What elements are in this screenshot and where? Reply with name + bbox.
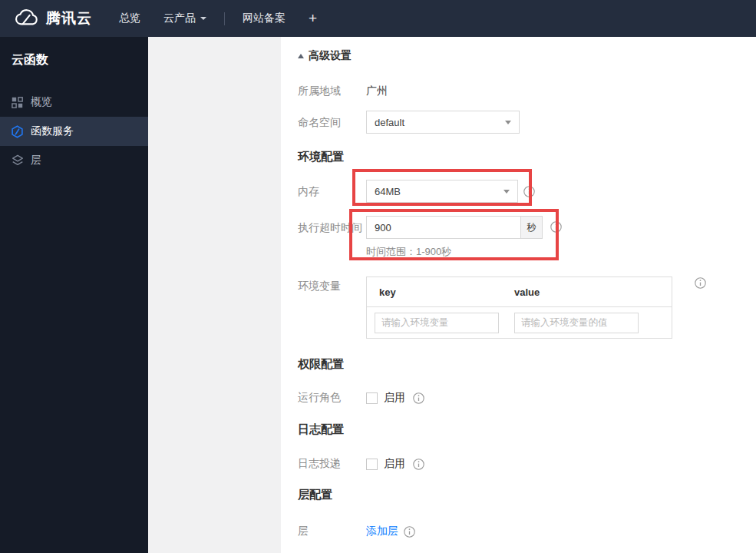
sidebar-item-function-service-label: 函数服务	[31, 124, 74, 138]
tencent-cloud-logo[interactable]: 腾讯云	[14, 8, 92, 28]
run-role-checkbox[interactable]	[366, 392, 378, 404]
run-role-info-icon[interactable]	[413, 392, 424, 404]
env-vars-table: key value	[366, 276, 672, 339]
add-layer-link[interactable]: 添加层	[366, 525, 398, 538]
namespace-label: 命名空间	[298, 111, 341, 134]
brand-name: 腾讯云	[46, 8, 92, 28]
log-delivery-checkbox[interactable]	[366, 459, 378, 470]
sidebar-title: 云函数	[0, 37, 148, 68]
memory-select[interactable]: 64MB	[366, 180, 518, 203]
triangle-up-icon	[298, 54, 304, 58]
nav-divider	[224, 12, 225, 25]
sidebar-item-overview-label: 概览	[31, 95, 52, 109]
env-var-value-input[interactable]	[514, 313, 639, 333]
log-config-heading: 日志配置	[298, 422, 344, 437]
main-content: 高级设置 所属地域 广州 命名空间 default 环境配置 内存 64MB 执…	[281, 37, 756, 553]
nav-cloud-products-label: 云产品	[163, 12, 196, 25]
top-navbar: 腾讯云 总览 云产品 网站备案 +	[0, 0, 756, 37]
sidebar-item-layer[interactable]: 层	[0, 146, 148, 175]
region-label: 所属地域	[298, 84, 341, 98]
sidebar: 云函数 概览 函数服务	[0, 37, 148, 553]
nav-overview-label: 总览	[119, 12, 140, 25]
layer-config-heading: 层配置	[298, 488, 332, 502]
sidebar-item-layer-label: 层	[31, 154, 41, 167]
layer-info-icon[interactable]	[404, 526, 415, 538]
run-role-label: 运行角色	[298, 391, 366, 405]
timeout-input[interactable]	[367, 217, 520, 238]
top-nav: 总览 云产品 网站备案 +	[107, 0, 328, 37]
region-value: 广州	[366, 84, 388, 98]
memory-select-value: 64MB	[375, 186, 401, 197]
env-vars-value-header: value	[514, 286, 672, 298]
nav-icp-filing-label: 网站备案	[243, 12, 286, 25]
nav-cloud-products[interactable]: 云产品	[152, 0, 218, 37]
env-vars-table-header: key value	[367, 277, 672, 307]
permission-config-heading: 权限配置	[298, 357, 344, 372]
advanced-settings-toggle[interactable]: 高级设置	[298, 49, 352, 63]
chevron-down-icon	[503, 190, 510, 194]
env-vars-label: 环境变量	[298, 280, 341, 293]
log-delivery-info-icon[interactable]	[413, 459, 424, 470]
secondary-panel	[148, 37, 281, 553]
namespace-select-value: default	[375, 117, 404, 128]
plus-icon: +	[309, 10, 317, 27]
run-role-enable-label: 启用	[384, 391, 405, 405]
env-vars-key-header: key	[367, 286, 514, 298]
chevron-down-icon	[200, 17, 206, 20]
env-vars-info-icon[interactable]	[695, 277, 706, 289]
timeout-label: 执行超时时间	[298, 216, 362, 239]
nav-icp-filing[interactable]: 网站备案	[231, 0, 297, 37]
namespace-select[interactable]: default	[366, 111, 520, 134]
run-role-row: 运行角色 启用	[298, 391, 424, 405]
layer-row: 层 添加层	[298, 525, 415, 538]
advanced-settings-label: 高级设置	[309, 49, 352, 63]
log-delivery-label: 日志投递	[298, 457, 366, 471]
sidebar-item-overview[interactable]: 概览	[0, 88, 148, 117]
timeout-range-hint: 时间范围：1-900秒	[366, 245, 451, 259]
layers-icon	[11, 154, 24, 167]
add-nav-tab-button[interactable]: +	[297, 0, 328, 37]
env-vars-input-row	[367, 307, 672, 338]
timeout-info-icon[interactable]	[550, 221, 562, 233]
cloud-logo-icon	[14, 9, 39, 28]
chevron-down-icon	[505, 121, 511, 124]
env-var-key-input[interactable]	[375, 313, 499, 333]
timeout-unit: 秒	[520, 217, 542, 238]
function-hexagon-icon	[11, 125, 24, 138]
layer-label: 层	[298, 525, 366, 538]
grid-icon	[11, 96, 24, 109]
sidebar-item-function-service[interactable]: 函数服务	[0, 117, 148, 146]
log-delivery-enable-label: 启用	[384, 457, 405, 471]
memory-label: 内存	[298, 180, 319, 203]
sidebar-menu: 概览 函数服务 层	[0, 88, 148, 175]
env-config-heading: 环境配置	[298, 150, 344, 164]
log-delivery-row: 日志投递 启用	[298, 457, 424, 471]
nav-overview[interactable]: 总览	[107, 0, 152, 37]
memory-info-icon[interactable]	[523, 186, 535, 197]
timeout-input-group: 秒	[366, 216, 543, 239]
